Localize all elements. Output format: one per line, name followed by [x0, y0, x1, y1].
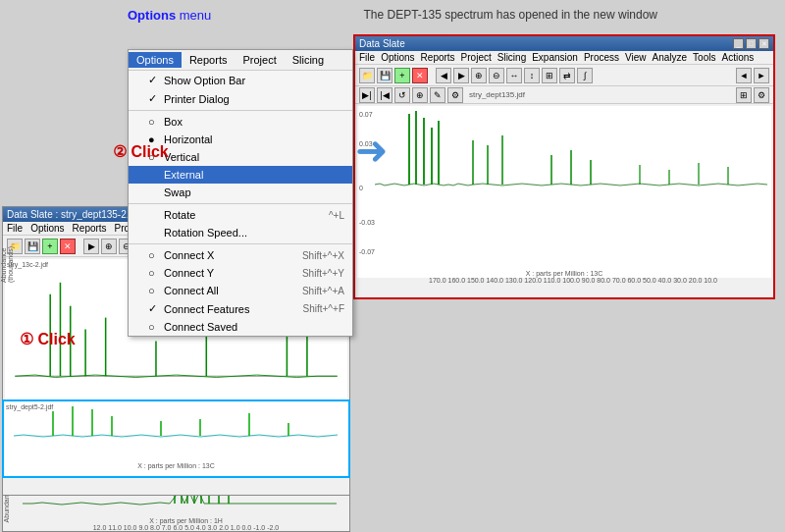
- right-nmr-chart: [375, 106, 777, 268]
- r-menu-actions[interactable]: Actions: [721, 52, 754, 63]
- r-zoomout-btn[interactable]: ⊖: [489, 68, 504, 83]
- r-flip-btn[interactable]: ⇄: [559, 68, 575, 83]
- r-t2-btn6[interactable]: ⚙: [447, 87, 463, 103]
- menu-swap[interactable]: Swap: [129, 184, 352, 201]
- r-menu-file[interactable]: File: [359, 52, 375, 63]
- menu-connect-features[interactable]: ✓Connect Features Shift+^+F: [129, 299, 352, 318]
- menu-file[interactable]: File: [7, 223, 23, 234]
- right-menu-bar: File Options Reports Project Slicing Exp…: [355, 51, 773, 65]
- shortcut-connect-y: Shift+^+Y: [302, 268, 344, 279]
- menu-rotation-speed[interactable]: Rotation Speed...: [129, 224, 352, 241]
- r-close-btn[interactable]: ✕: [759, 38, 769, 49]
- r-menu-options[interactable]: Options: [381, 52, 414, 63]
- left-y-label: Abundance(thousands): [0, 246, 14, 283]
- r-folder-btn[interactable]: 📁: [359, 68, 375, 83]
- dept-annotation: The DEPT-135 spectrum has opened in the …: [363, 8, 657, 23]
- r-t2-btn4[interactable]: ⊕: [412, 87, 428, 103]
- r-menu-view[interactable]: View: [625, 52, 647, 63]
- menu-show-option-bar[interactable]: ✓Show Option Bar: [129, 71, 352, 89]
- options-bold: Options: [128, 8, 176, 23]
- r-maximize-btn[interactable]: □: [746, 38, 757, 49]
- right-toolbar2: ▶| |◀ ↺ ⊕ ✎ ⚙ stry_dept135.jdf ⊞ ⚙: [355, 86, 773, 104]
- r-y-top: 0.07: [359, 111, 373, 118]
- r-y-neg: -0.03: [359, 219, 375, 226]
- menu-options[interactable]: Options: [30, 223, 64, 234]
- label-horizontal: Horizontal: [164, 133, 213, 145]
- menu-reports[interactable]: Reports: [73, 223, 107, 234]
- menu-connect-saved[interactable]: ○Connect Saved: [129, 318, 352, 336]
- save-btn[interactable]: 💾: [25, 239, 40, 254]
- right-title: Data Slate: [359, 38, 405, 49]
- r-back-btn[interactable]: ◀: [436, 68, 451, 83]
- r-filename: stry_dept135.jdf: [469, 90, 525, 99]
- r-fwd-btn[interactable]: ▶: [453, 68, 469, 83]
- menu-header-project[interactable]: Project: [235, 52, 284, 68]
- menu-rotate[interactable]: Rotate ^+L: [129, 206, 352, 224]
- click-label-2: ② Click: [113, 142, 169, 161]
- r-menu-slicing[interactable]: Slicing: [497, 52, 526, 63]
- r-nav-left[interactable]: ◄: [736, 68, 752, 83]
- menu-connect-x[interactable]: ○Connect X Shift+^+X: [129, 246, 352, 264]
- label-connect-all: Connect All: [164, 285, 219, 296]
- r-menu-reports[interactable]: Reports: [421, 52, 455, 63]
- r-t2-btn1[interactable]: ▶|: [359, 87, 375, 103]
- del-btn[interactable]: ✕: [60, 239, 76, 254]
- menu-header-slicing[interactable]: Slicing: [285, 52, 332, 68]
- label-connect-x: Connect X: [164, 249, 214, 261]
- r-minimize-btn[interactable]: _: [733, 38, 744, 49]
- menu-connect-y[interactable]: ○Connect Y Shift+^+Y: [129, 264, 352, 282]
- r-t2-btn3[interactable]: ↺: [394, 87, 410, 103]
- r-t2-btn2[interactable]: |◀: [377, 87, 392, 103]
- bottom-spectrum-panel: stry_dept5-2.jdf X : parts per Million :…: [2, 399, 350, 478]
- r-fit-btn[interactable]: ↔: [506, 68, 522, 83]
- right-title-bar: Data Slate _ □ ✕: [355, 36, 773, 51]
- r-y-zero: 0: [359, 185, 363, 191]
- label-rotate: Rotate: [164, 209, 195, 221]
- radio-connect-saved: ○: [148, 321, 160, 333]
- label-printer: Printer Dialog: [164, 93, 230, 105]
- r-menu-analyze[interactable]: Analyze: [653, 52, 688, 63]
- radio-connect-y: ○: [148, 267, 160, 279]
- r-cursor-btn[interactable]: ↕: [524, 68, 540, 83]
- r-grid-btn[interactable]: ⊞: [542, 68, 557, 83]
- third-x-values: 12.0 11.0 10.0 9.0 8.0 7.0 6.0 5.0 4.0 3…: [23, 524, 349, 531]
- menu-external[interactable]: External: [129, 166, 352, 184]
- menu-box[interactable]: ○Box: [129, 113, 352, 131]
- menu-header-reports[interactable]: Reports: [182, 52, 236, 68]
- arrow-indicator: ➜: [355, 128, 389, 173]
- r-zoom-btn[interactable]: ⊕: [471, 68, 487, 83]
- r-add-btn[interactable]: +: [394, 68, 410, 83]
- label-swap: Swap: [164, 186, 191, 198]
- check-connect-features: ✓: [148, 302, 160, 315]
- right-window-controls[interactable]: _ □ ✕: [733, 38, 769, 49]
- r-menu-process[interactable]: Process: [584, 52, 619, 63]
- options-suffix: menu: [176, 8, 211, 23]
- menu-printer-dialog[interactable]: ✓Printer Dialog: [129, 89, 352, 108]
- add-btn[interactable]: +: [42, 239, 58, 254]
- check-printer: ✓: [148, 92, 160, 105]
- r-menu-tools[interactable]: Tools: [693, 52, 715, 63]
- r-settings-btn[interactable]: ⚙: [754, 87, 769, 103]
- radio-box: ○: [148, 116, 160, 128]
- label-connect-saved: Connect Saved: [164, 321, 237, 333]
- r-del-btn[interactable]: ✕: [412, 68, 428, 83]
- label-vertical: Vertical: [164, 151, 199, 163]
- label-show-option: Show Option Bar: [164, 75, 245, 86]
- r-max-btn[interactable]: ⊞: [736, 87, 752, 103]
- play-btn[interactable]: ▶: [83, 239, 99, 254]
- r-t2-btn5[interactable]: ✎: [430, 87, 445, 103]
- r-integral-btn[interactable]: ∫: [577, 68, 593, 83]
- r-menu-expansion[interactable]: Expansion: [532, 52, 578, 63]
- r-save-btn[interactable]: 💾: [377, 68, 392, 83]
- menu-connect-all[interactable]: ○Connect All Shift+^+A: [129, 282, 352, 299]
- menu-header-options[interactable]: Options: [129, 52, 182, 68]
- r-menu-project[interactable]: Project: [461, 52, 492, 63]
- options-annotation: Options menu: [128, 8, 211, 23]
- r-nav-right[interactable]: ►: [754, 68, 769, 83]
- r-x-values: 170.0 160.0 150.0 140.0 130.0 120.0 110.…: [375, 277, 771, 284]
- shortcut-rotate: ^+L: [329, 210, 344, 221]
- radio-connect-x: ○: [148, 249, 160, 261]
- label-box: Box: [164, 116, 183, 128]
- r-y-bot: -0.07: [359, 248, 375, 255]
- zoom-btn[interactable]: ⊕: [101, 239, 117, 254]
